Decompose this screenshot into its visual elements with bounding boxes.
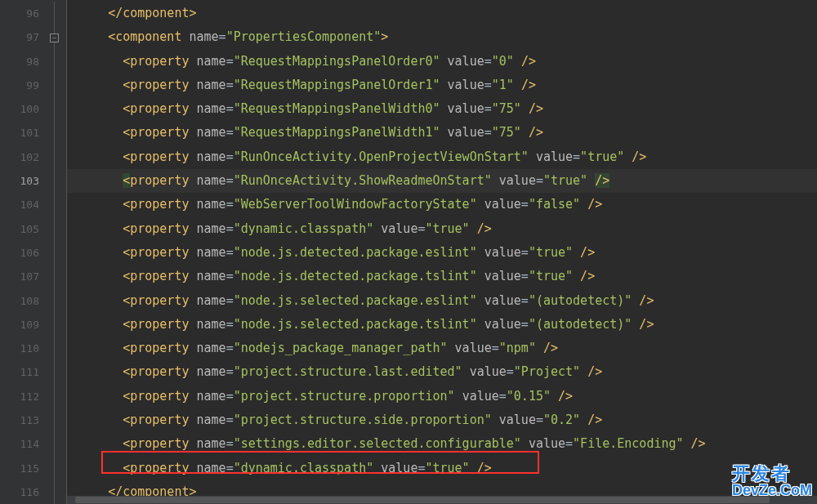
code-line[interactable]: <property name="dynamic.classpath" value… [67,457,817,480]
code-editor[interactable]: 9697989910010110210310410510610710810911… [0,0,817,504]
horizontal-scrollbar[interactable] [67,496,817,504]
line-number-gutter: 9697989910010110210310410510610710810911… [0,0,49,504]
line-number: 101 [0,121,49,145]
fold-cell [49,241,66,265]
fold-cell [49,193,66,216]
line-number: 110 [0,337,49,360]
fold-cell [49,2,66,25]
fold-cell [49,360,66,384]
line-number: 102 [0,145,49,169]
line-number: 105 [0,217,49,241]
fold-cell [49,265,66,288]
code-line[interactable]: <property name="RunOnceActivity.OpenProj… [67,145,817,169]
fold-cell [49,50,66,74]
fold-cell [49,457,66,480]
code-line[interactable]: <property name="node.js.detected.package… [67,241,817,265]
line-number: 109 [0,313,49,337]
fold-cell: − [49,25,66,49]
code-line[interactable]: </component> [67,2,817,25]
line-number: 97 [0,25,49,49]
line-number: 107 [0,265,49,288]
fold-toggle-icon[interactable]: − [50,33,59,42]
line-number: 106 [0,241,49,265]
scrollbar-thumb[interactable] [75,497,770,503]
line-number: 115 [0,457,49,480]
line-number: 104 [0,193,49,216]
code-line[interactable]: <property name="RequestMappingsPanelOrde… [67,50,817,74]
fold-cell [49,337,66,360]
line-number: 114 [0,432,49,456]
code-line[interactable]: <property name="WebServerToolWindowFacto… [67,193,817,216]
fold-cell [49,385,66,408]
line-number: 113 [0,408,49,432]
line-number: 116 [0,480,49,504]
code-line[interactable]: <property name="project.structure.last.e… [67,360,817,384]
line-number: 108 [0,289,49,313]
code-area[interactable]: </component> <component name="Properties… [67,0,817,504]
line-number: 100 [0,97,49,121]
code-line[interactable]: <property name="dynamic.classpath" value… [67,217,817,241]
line-number: 112 [0,385,49,408]
fold-cell [49,432,66,456]
line-number: 99 [0,74,49,97]
fold-cell [49,217,66,241]
fold-cell [49,480,66,504]
code-line[interactable]: <property name="node.js.selected.package… [67,313,817,337]
code-line[interactable]: <property name="node.js.selected.package… [67,289,817,313]
line-number: 103 [0,169,49,193]
code-line[interactable]: <property name="nodejs_package_manager_p… [67,337,817,360]
code-line[interactable]: <property name="RequestMappingsPanelWidt… [67,97,817,121]
fold-gutter: − [49,0,67,504]
code-line[interactable]: <property name="project.structure.side.p… [67,408,817,432]
code-line[interactable]: <component name="PropertiesComponent"> [67,25,817,49]
fold-cell [49,74,66,97]
code-line[interactable]: <property name="RequestMappingsPanelWidt… [67,121,817,145]
fold-cell [49,169,66,193]
code-line[interactable]: <property name="RunOnceActivity.ShowRead… [67,169,817,193]
line-number: 96 [0,2,49,25]
code-line[interactable]: <property name="node.js.detected.package… [67,265,817,288]
fold-cell [49,145,66,169]
fold-cell [49,408,66,432]
line-number: 111 [0,360,49,384]
code-line[interactable]: <property name="project.structure.propor… [67,385,817,408]
fold-cell [49,121,66,145]
code-line[interactable]: <property name="RequestMappingsPanelOrde… [67,74,817,97]
fold-cell [49,97,66,121]
fold-cell [49,313,66,337]
line-number: 98 [0,50,49,74]
code-line[interactable]: <property name="settings.editor.selected… [67,432,817,456]
fold-cell [49,289,66,313]
